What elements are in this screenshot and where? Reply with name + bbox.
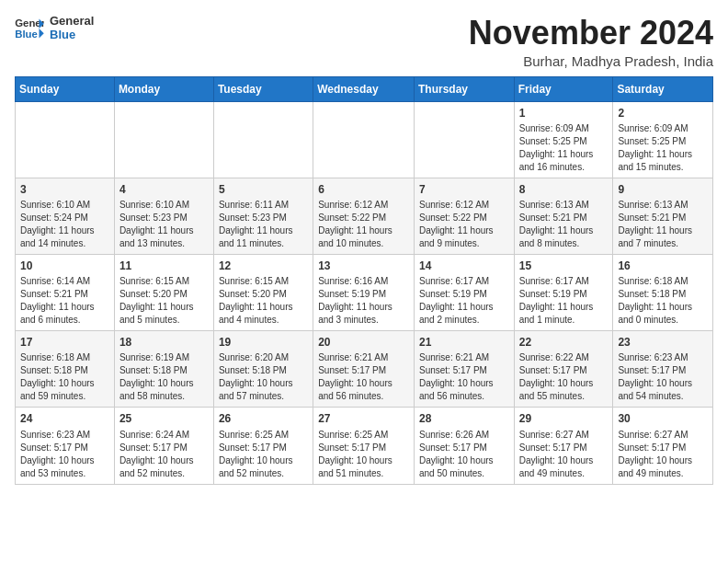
weekday-header-saturday: Saturday: [613, 76, 713, 101]
logo-icon: General Blue: [15, 16, 44, 41]
day-number: 9: [618, 182, 708, 197]
day-info: Sunrise: 6:23 AM Sunset: 5:17 PM Dayligh…: [618, 351, 708, 403]
calendar-cell: 12Sunrise: 6:15 AM Sunset: 5:20 PM Dayli…: [213, 254, 313, 330]
calendar-week-4: 17Sunrise: 6:18 AM Sunset: 5:18 PM Dayli…: [16, 331, 713, 408]
day-info: Sunrise: 6:16 AM Sunset: 5:19 PM Dayligh…: [318, 275, 409, 327]
header: General Blue General Blue November 2024 …: [15, 15, 713, 69]
day-number: 12: [219, 259, 308, 273]
weekday-header-friday: Friday: [514, 76, 613, 101]
day-number: 25: [119, 411, 209, 426]
day-info: Sunrise: 6:13 AM Sunset: 5:21 PM Dayligh…: [519, 199, 609, 250]
calendar-cell: 29Sunrise: 6:27 AM Sunset: 5:17 PM Dayli…: [514, 408, 613, 484]
calendar-cell: 21Sunrise: 6:21 AM Sunset: 5:17 PM Dayli…: [414, 331, 514, 408]
calendar-cell: 20Sunrise: 6:21 AM Sunset: 5:17 PM Dayli…: [313, 331, 415, 408]
weekday-header-thursday: Thursday: [414, 76, 514, 101]
day-info: Sunrise: 6:09 AM Sunset: 5:25 PM Dayligh…: [618, 122, 708, 174]
weekday-header-monday: Monday: [114, 76, 213, 101]
day-info: Sunrise: 6:25 AM Sunset: 5:17 PM Dayligh…: [318, 429, 409, 480]
day-number: 24: [20, 411, 109, 426]
day-number: 19: [219, 335, 308, 350]
day-number: 15: [519, 259, 609, 273]
calendar-cell: 19Sunrise: 6:20 AM Sunset: 5:18 PM Dayli…: [213, 331, 313, 408]
day-info: Sunrise: 6:27 AM Sunset: 5:17 PM Dayligh…: [618, 429, 708, 480]
calendar-cell: 23Sunrise: 6:23 AM Sunset: 5:17 PM Dayli…: [613, 331, 713, 408]
day-number: 21: [419, 335, 509, 350]
calendar-cell: 28Sunrise: 6:26 AM Sunset: 5:17 PM Dayli…: [414, 408, 514, 484]
day-number: 23: [618, 335, 708, 350]
day-number: 11: [119, 259, 209, 273]
calendar-cell: 16Sunrise: 6:18 AM Sunset: 5:18 PM Dayli…: [613, 254, 713, 330]
logo-general: General: [50, 15, 94, 29]
day-info: Sunrise: 6:10 AM Sunset: 5:24 PM Dayligh…: [20, 199, 109, 250]
calendar-cell: 22Sunrise: 6:22 AM Sunset: 5:17 PM Dayli…: [514, 331, 613, 408]
calendar-cell: 3Sunrise: 6:10 AM Sunset: 5:24 PM Daylig…: [16, 178, 115, 254]
day-number: 20: [318, 335, 409, 350]
day-info: Sunrise: 6:17 AM Sunset: 5:19 PM Dayligh…: [419, 275, 509, 327]
day-info: Sunrise: 6:10 AM Sunset: 5:23 PM Dayligh…: [119, 199, 209, 250]
calendar-cell: 7Sunrise: 6:12 AM Sunset: 5:22 PM Daylig…: [414, 178, 514, 254]
logo-blue: Blue: [50, 29, 94, 42]
calendar-cell: 10Sunrise: 6:14 AM Sunset: 5:21 PM Dayli…: [16, 254, 115, 330]
calendar-cell: 2Sunrise: 6:09 AM Sunset: 5:25 PM Daylig…: [613, 101, 713, 178]
day-info: Sunrise: 6:18 AM Sunset: 5:18 PM Dayligh…: [618, 275, 708, 327]
calendar-cell: 1Sunrise: 6:09 AM Sunset: 5:25 PM Daylig…: [514, 101, 613, 178]
day-number: 30: [618, 411, 708, 426]
location: Burhar, Madhya Pradesh, India: [469, 53, 713, 69]
day-number: 6: [318, 182, 409, 197]
day-number: 18: [119, 335, 209, 350]
title-block: November 2024 Burhar, Madhya Pradesh, In…: [469, 15, 713, 69]
calendar-header-row: SundayMondayTuesdayWednesdayThursdayFrid…: [16, 76, 713, 101]
day-info: Sunrise: 6:23 AM Sunset: 5:17 PM Dayligh…: [20, 429, 109, 480]
day-info: Sunrise: 6:15 AM Sunset: 5:20 PM Dayligh…: [219, 275, 308, 327]
calendar-cell: 26Sunrise: 6:25 AM Sunset: 5:17 PM Dayli…: [213, 408, 313, 484]
day-info: Sunrise: 6:18 AM Sunset: 5:18 PM Dayligh…: [20, 351, 109, 403]
day-info: Sunrise: 6:21 AM Sunset: 5:17 PM Dayligh…: [318, 351, 409, 403]
day-number: 28: [419, 411, 509, 426]
calendar-cell: [16, 101, 115, 178]
calendar-table: SundayMondayTuesdayWednesdayThursdayFrid…: [15, 76, 713, 485]
day-info: Sunrise: 6:19 AM Sunset: 5:18 PM Dayligh…: [119, 351, 209, 403]
calendar-cell: 9Sunrise: 6:13 AM Sunset: 5:21 PM Daylig…: [613, 178, 713, 254]
day-number: 5: [219, 182, 308, 197]
day-number: 16: [618, 259, 708, 273]
calendar-cell: 14Sunrise: 6:17 AM Sunset: 5:19 PM Dayli…: [414, 254, 514, 330]
day-info: Sunrise: 6:27 AM Sunset: 5:17 PM Dayligh…: [519, 429, 609, 480]
calendar-cell: 24Sunrise: 6:23 AM Sunset: 5:17 PM Dayli…: [16, 408, 115, 484]
calendar-week-5: 24Sunrise: 6:23 AM Sunset: 5:17 PM Dayli…: [16, 408, 713, 484]
logo: General Blue General Blue: [15, 15, 94, 42]
day-info: Sunrise: 6:15 AM Sunset: 5:20 PM Dayligh…: [119, 275, 209, 327]
calendar-cell: 13Sunrise: 6:16 AM Sunset: 5:19 PM Dayli…: [313, 254, 415, 330]
day-info: Sunrise: 6:24 AM Sunset: 5:17 PM Dayligh…: [119, 429, 209, 480]
calendar-week-1: 1Sunrise: 6:09 AM Sunset: 5:25 PM Daylig…: [16, 101, 713, 178]
calendar-week-2: 3Sunrise: 6:10 AM Sunset: 5:24 PM Daylig…: [16, 178, 713, 254]
day-number: 3: [20, 182, 109, 197]
day-number: 10: [20, 259, 109, 273]
calendar-cell: 4Sunrise: 6:10 AM Sunset: 5:23 PM Daylig…: [114, 178, 213, 254]
day-info: Sunrise: 6:20 AM Sunset: 5:18 PM Dayligh…: [219, 351, 308, 403]
day-info: Sunrise: 6:12 AM Sunset: 5:22 PM Dayligh…: [318, 199, 409, 250]
calendar-cell: 30Sunrise: 6:27 AM Sunset: 5:17 PM Dayli…: [613, 408, 713, 484]
weekday-header-tuesday: Tuesday: [213, 76, 313, 101]
day-info: Sunrise: 6:11 AM Sunset: 5:23 PM Dayligh…: [219, 199, 308, 250]
day-number: 26: [219, 411, 308, 426]
day-number: 27: [318, 411, 409, 426]
day-info: Sunrise: 6:26 AM Sunset: 5:17 PM Dayligh…: [419, 429, 509, 480]
day-number: 14: [419, 259, 509, 273]
day-number: 29: [519, 411, 609, 426]
calendar-cell: 11Sunrise: 6:15 AM Sunset: 5:20 PM Dayli…: [114, 254, 213, 330]
calendar-cell: 18Sunrise: 6:19 AM Sunset: 5:18 PM Dayli…: [114, 331, 213, 408]
day-number: 4: [119, 182, 209, 197]
calendar-cell: 5Sunrise: 6:11 AM Sunset: 5:23 PM Daylig…: [213, 178, 313, 254]
day-info: Sunrise: 6:25 AM Sunset: 5:17 PM Dayligh…: [219, 429, 308, 480]
day-info: Sunrise: 6:22 AM Sunset: 5:17 PM Dayligh…: [519, 351, 609, 403]
calendar-cell: 17Sunrise: 6:18 AM Sunset: 5:18 PM Dayli…: [16, 331, 115, 408]
calendar-cell: [414, 101, 514, 178]
day-number: 17: [20, 335, 109, 350]
day-number: 7: [419, 182, 509, 197]
day-info: Sunrise: 6:13 AM Sunset: 5:21 PM Dayligh…: [618, 199, 708, 250]
day-info: Sunrise: 6:12 AM Sunset: 5:22 PM Dayligh…: [419, 199, 509, 250]
weekday-header-wednesday: Wednesday: [313, 76, 415, 101]
calendar-cell: 25Sunrise: 6:24 AM Sunset: 5:17 PM Dayli…: [114, 408, 213, 484]
page-container: General Blue General Blue November 2024 …: [0, 0, 728, 494]
day-number: 8: [519, 182, 609, 197]
